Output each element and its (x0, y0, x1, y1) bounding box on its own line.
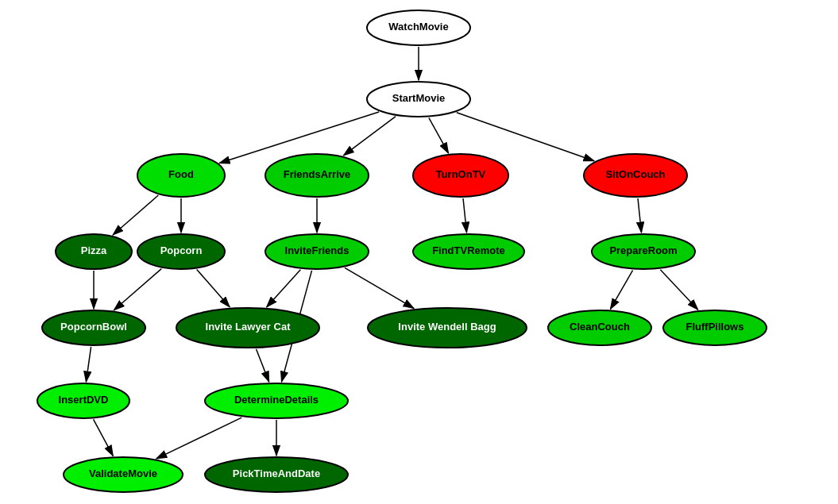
node-label-InviteWendellBagg: Invite Wendell Bagg (398, 321, 496, 333)
edge-StartMovie-SitOnCouch (457, 113, 594, 161)
node-WatchMovie: WatchMovie (367, 10, 470, 45)
edge-TurnOnTV-FindTVRemote (463, 198, 466, 233)
edge-InsertDVD-ValidateMovie (94, 419, 114, 456)
node-label-TurnOnTV: TurnOnTV (436, 168, 486, 180)
node-label-ValidateMovie: ValidateMovie (89, 467, 157, 479)
node-Food: Food (137, 154, 225, 197)
node-label-StartMovie: StartMovie (392, 92, 445, 104)
edge-InviteFriends-InviteWendellBagg (345, 267, 414, 308)
node-label-FindTVRemote: FindTVRemote (432, 244, 505, 256)
node-FriendsArrive: FriendsArrive (265, 154, 369, 197)
node-PickTimeAndDate: PickTimeAndDate (205, 457, 348, 492)
edge-Popcorn-InviteLawyerCat (197, 270, 230, 307)
node-label-Food: Food (168, 168, 194, 180)
node-FluffPillows: FluffPillows (663, 310, 767, 345)
graph-canvas: WatchMovieStartMovieFoodFriendsArriveTur… (0, 0, 838, 504)
node-ValidateMovie: ValidateMovie (64, 457, 183, 492)
node-CleanCouch: CleanCouch (548, 310, 651, 345)
node-DetermineDetails: DetermineDetails (205, 383, 348, 418)
node-label-DetermineDetails: DetermineDetails (234, 394, 319, 406)
node-label-PrepareRoom: PrepareRoom (609, 244, 677, 256)
node-label-InviteLawyerCat: Invite Lawyer Cat (206, 321, 292, 333)
node-label-SitOnCouch: SitOnCouch (605, 168, 665, 180)
node-Pizza: Pizza (56, 234, 132, 269)
edge-Food-Pizza (113, 195, 158, 235)
edge-StartMovie-TurnOnTV (429, 118, 448, 153)
node-SitOnCouch: SitOnCouch (584, 154, 687, 197)
node-label-FriendsArrive: FriendsArrive (284, 168, 351, 180)
edge-Popcorn-PopcornBowl (114, 269, 161, 310)
edge-InviteLawyerCat-DetermineDetails (256, 349, 268, 382)
node-label-InsertDVD: InsertDVD (59, 394, 109, 406)
node-InsertDVD: InsertDVD (37, 383, 129, 418)
node-InviteLawyerCat: Invite Lawyer Cat (176, 308, 319, 348)
node-TurnOnTV: TurnOnTV (413, 154, 508, 197)
node-label-FluffPillows: FluffPillows (686, 321, 744, 333)
node-PrepareRoom: PrepareRoom (592, 234, 695, 269)
node-label-Pizza: Pizza (81, 244, 107, 256)
edge-PrepareRoom-FluffPillows (660, 270, 697, 310)
node-Popcorn: Popcorn (137, 234, 225, 269)
node-label-WatchMovie: WatchMovie (388, 21, 448, 33)
edge-PopcornBowl-InsertDVD (86, 347, 91, 382)
node-PopcornBowl: PopcornBowl (42, 310, 145, 345)
node-label-InviteFriends: InviteFriends (285, 244, 349, 256)
node-InviteWendellBagg: Invite Wendell Bagg (368, 308, 527, 348)
node-label-PickTimeAndDate: PickTimeAndDate (233, 467, 320, 479)
edge-PrepareRoom-CleanCouch (610, 271, 632, 310)
edge-SitOnCouch-PrepareRoom (638, 198, 641, 233)
node-StartMovie: StartMovie (367, 82, 470, 117)
edge-StartMovie-FriendsArrive (343, 117, 396, 156)
node-label-PopcornBowl: PopcornBowl (60, 321, 127, 333)
node-label-Popcorn: Popcorn (160, 244, 203, 256)
node-FindTVRemote: FindTVRemote (413, 234, 524, 269)
node-label-CleanCouch: CleanCouch (570, 321, 630, 333)
node-InviteFriends: InviteFriends (265, 234, 369, 269)
edge-InviteFriends-InviteLawyerCat (267, 270, 301, 307)
edge-DetermineDetails-ValidateMovie (156, 417, 241, 459)
